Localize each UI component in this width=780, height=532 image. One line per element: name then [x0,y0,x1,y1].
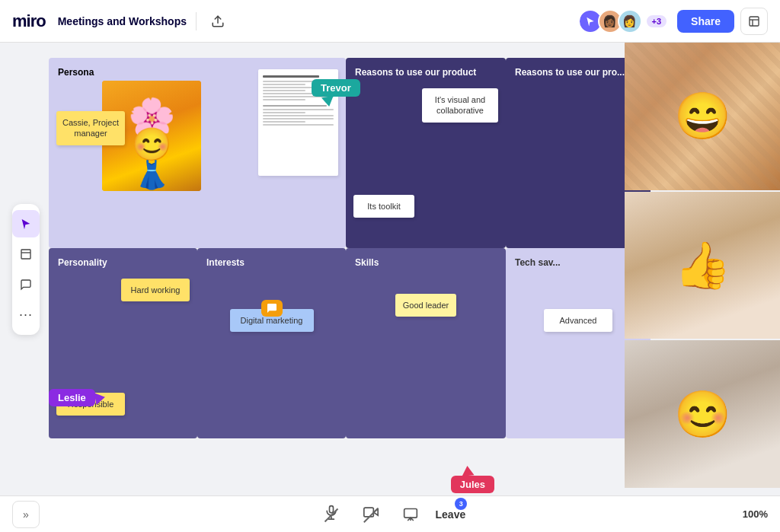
visual-collaborative-sticky: It's visual and collaborative [422,88,498,123]
mic-button[interactable] [318,501,345,528]
comment-tool-button[interactable] [12,271,40,298]
select-tool-button[interactable] [12,210,40,237]
collaborators-list: 👩🏾 👩 +3 [578,9,669,33]
cassie-sticky: Cassie, Project manager [56,111,125,145]
note-tool-button[interactable] [12,241,40,268]
svg-rect-10 [364,508,374,517]
bottom-center-controls: 3 Leave [318,501,464,528]
skills-section: Skills Good leader [346,248,506,438]
reasons-section-title: Reasons to use our product [355,67,497,78]
more-tools-button[interactable]: ··· [12,301,40,329]
svg-rect-4 [21,250,30,259]
reasons2-section-title: Reasons to use our pro... [515,67,641,78]
hard-working-sticky: Hard working [121,279,190,301]
camera-button[interactable] [357,501,385,528]
avatar-2: 👩 [618,9,642,33]
upload-button[interactable] [206,9,230,33]
leslie-cursor-arrow [94,390,107,404]
zoom-level: 100% [743,508,768,520]
video-tile-3: 😊 [625,340,780,488]
participants-badge: 3 [455,498,467,510]
notes-button[interactable] [740,8,768,35]
jules-cursor-container: Jules [451,466,494,493]
leslie-cursor-container: Leslie [49,389,105,406]
expand-panel-button[interactable]: » [12,501,40,528]
interests-section: Interests Digital marketing [197,248,346,438]
video-tile-1: 😄 [625,43,780,190]
video-panel: 😄 👍 😊 [625,43,780,488]
interests-section-title: Interests [206,257,337,268]
top-bar: miro Meetings and Workshops 👩🏾 👩 +3 Shar… [0,0,780,43]
svg-rect-11 [404,508,417,518]
app-logo: miro [12,11,46,31]
svg-rect-6 [330,506,334,513]
tech-section-title: Tech sav... [515,257,641,268]
its-toolkit-sticky: Its toolkit [353,195,414,218]
leave-button[interactable]: Leave [436,508,466,521]
personality-section: Personality Hard working Responsible [49,248,197,438]
video-tile-2: 👍 [625,192,780,339]
topbar-divider [196,12,197,30]
left-toolbar: ··· [12,204,40,335]
good-leader-sticky: Good leader [395,294,456,317]
camera-icon [363,505,379,524]
share-screen-icon [403,507,418,522]
advanced-sticky: Advanced [544,309,612,332]
skills-section-title: Skills [355,257,497,268]
share-screen-button[interactable] [397,501,424,528]
trevor-cursor-container: Trevor [312,79,360,107]
bottom-bar: » [0,495,780,532]
personality-section-title: Personality [58,257,188,268]
mic-icon [324,505,339,524]
svg-rect-1 [750,17,759,26]
main-canvas[interactable]: ··· Persona 🌸 😊 👗 [0,43,780,495]
participants-leave-container[interactable]: 3 Leave [436,501,464,528]
trevor-cursor-arrow [321,96,335,108]
board-area: Persona 🌸 😊 👗 [49,58,651,495]
bottom-left-controls: » [12,501,40,528]
jules-cursor-label: Jules [451,476,494,493]
chat-icon [261,300,283,317]
reasons-section: Reasons to use our product It's visual a… [346,58,506,248]
jules-cursor-arrow [461,465,474,476]
trevor-cursor-label: Trevor [312,79,360,97]
board-title: Meetings and Workshops [58,15,187,27]
svg-marker-9 [374,509,379,515]
digital-marketing-sticky: Digital marketing [230,309,314,332]
share-button[interactable]: Share [677,10,734,33]
persona-section: Persona 🌸 😊 👗 [49,58,346,248]
leslie-cursor-label: Leslie [49,389,95,406]
extra-collaborators-badge: +3 [645,14,669,29]
